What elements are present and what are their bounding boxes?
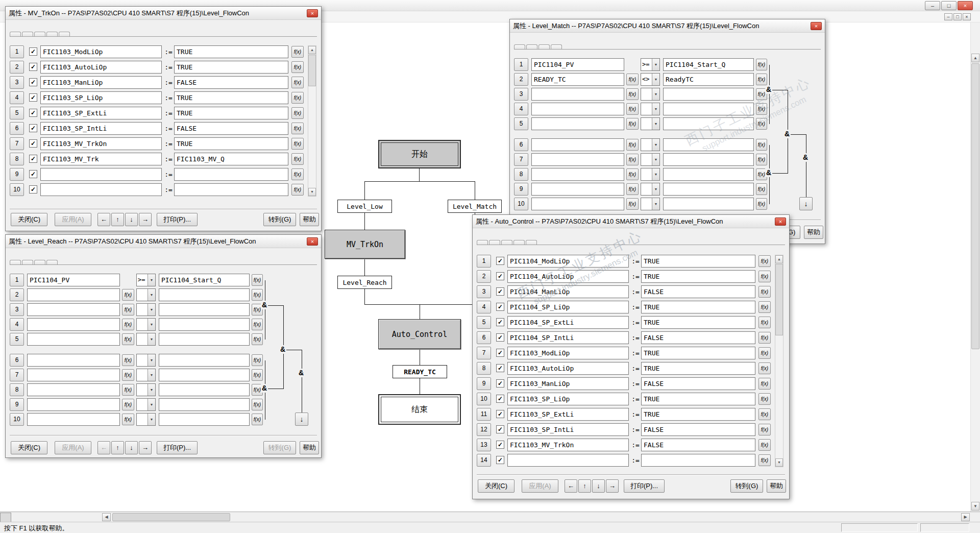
dialog-tab[interactable] xyxy=(501,240,512,245)
comparator-select[interactable]: ▼ xyxy=(641,103,660,115)
fx-button[interactable]: f(x) xyxy=(291,107,304,119)
operand-left-input[interactable]: READY_TC xyxy=(531,73,624,86)
row-number-button[interactable]: 3 xyxy=(477,285,491,298)
next-button[interactable]: → xyxy=(139,213,152,226)
rows-scrollbar[interactable]: ▲ ▼ xyxy=(775,255,783,467)
dialog-tab[interactable] xyxy=(538,44,550,49)
print-button[interactable]: 打印(P)... xyxy=(157,213,198,226)
fx-button[interactable]: f(x) xyxy=(756,118,767,130)
chevron-down-icon[interactable]: ▼ xyxy=(652,103,659,115)
row-number-button[interactable]: 10 xyxy=(10,413,24,426)
value-input[interactable]: TRUE xyxy=(641,301,755,313)
operand-left-input[interactable] xyxy=(27,303,120,316)
comparator-select[interactable]: ▼ xyxy=(641,183,660,196)
scroll-down-icon[interactable]: ▼ xyxy=(775,458,783,467)
fx-button[interactable]: f(x) xyxy=(758,362,771,374)
comparator-select[interactable]: >= ▼ xyxy=(136,274,156,286)
operand-input[interactable] xyxy=(507,454,629,467)
sfc-start-node[interactable]: 开始 xyxy=(378,140,461,168)
value-input[interactable]: TRUE xyxy=(174,61,288,74)
dialog-tab[interactable] xyxy=(59,32,70,36)
hscroll-left-icon[interactable]: ◀ xyxy=(102,513,111,521)
fx-button[interactable]: f(x) xyxy=(252,333,263,345)
fx-button[interactable]: f(x) xyxy=(756,59,767,70)
chevron-down-icon[interactable]: ▼ xyxy=(148,399,155,410)
print-button[interactable]: 打印(P)... xyxy=(624,479,665,493)
row-enabled-checkbox[interactable]: ✓ xyxy=(496,333,504,342)
comparator-select[interactable]: ▼ xyxy=(641,88,660,101)
fx-button[interactable]: f(x) xyxy=(758,408,771,420)
up-button[interactable]: ↑ xyxy=(111,213,124,226)
value-input[interactable]: TRUE xyxy=(174,107,288,119)
dialog-tab[interactable] xyxy=(34,32,45,36)
fx-button[interactable]: f(x) xyxy=(756,198,767,210)
comparator-select[interactable]: ▼ xyxy=(641,153,660,166)
fx-button[interactable]: f(x) xyxy=(756,74,767,85)
operand-input[interactable]: PIC1104_ManLiOp xyxy=(507,285,629,298)
goto-button[interactable]: 转到(G) xyxy=(263,213,296,226)
apply-button[interactable]: 应用(A) xyxy=(522,479,558,493)
operand-input[interactable]: FIC1103_SP_IntLi xyxy=(40,122,162,135)
close-icon[interactable]: × xyxy=(307,237,318,246)
operand-right-input[interactable] xyxy=(663,168,754,181)
value-input[interactable]: FALSE xyxy=(641,331,755,344)
sfc-transition-level-match[interactable]: Level_Match xyxy=(448,200,502,213)
hscroll-right-icon[interactable]: ▶ xyxy=(961,513,970,521)
row-number-button[interactable]: 3 xyxy=(10,76,24,89)
value-input[interactable]: TRUE xyxy=(174,91,288,104)
dialog-tab[interactable] xyxy=(477,240,488,245)
operand-right-input[interactable] xyxy=(159,398,250,411)
fx-button[interactable]: f(x) xyxy=(626,88,639,100)
row-enabled-checkbox[interactable]: ✓ xyxy=(496,379,504,387)
fx-button[interactable]: f(x) xyxy=(626,183,639,195)
operand-right-input[interactable] xyxy=(159,318,250,331)
operand-left-input[interactable] xyxy=(27,333,120,346)
row-enabled-checkbox[interactable]: ✓ xyxy=(496,364,504,372)
fx-button[interactable]: f(x) xyxy=(758,347,771,359)
row-enabled-checkbox[interactable]: ✓ xyxy=(496,410,504,418)
fx-button[interactable]: f(x) xyxy=(122,333,134,345)
comparator-select[interactable]: ▼ xyxy=(641,168,660,181)
fx-button[interactable]: f(x) xyxy=(756,183,767,195)
row-number-button[interactable]: 4 xyxy=(514,103,528,115)
fx-button[interactable]: f(x) xyxy=(626,74,639,85)
operand-left-input[interactable]: PIC1104_PV xyxy=(531,58,624,71)
operand-left-input[interactable]: PIC1104_PV xyxy=(27,274,120,286)
dialog-tab[interactable] xyxy=(526,240,537,245)
value-input[interactable]: FALSE xyxy=(641,285,755,298)
value-input[interactable]: TRUE xyxy=(641,255,755,268)
fx-button[interactable]: f(x) xyxy=(758,439,771,451)
scroll-thumb[interactable] xyxy=(308,55,316,86)
value-input[interactable]: FALSE xyxy=(641,377,755,390)
operand-left-input[interactable] xyxy=(27,413,120,426)
chevron-down-icon[interactable]: ▼ xyxy=(652,154,659,165)
operand-left-input[interactable] xyxy=(531,168,624,181)
row-number-button[interactable]: 5 xyxy=(10,333,24,346)
operand-input[interactable] xyxy=(40,183,162,196)
row-number-button[interactable]: 7 xyxy=(514,153,528,166)
dialog-titlebar[interactable]: 属性 - Auto_Control -- P7AS\P7AS02\CPU 410… xyxy=(473,215,789,228)
row-number-button[interactable]: 2 xyxy=(514,73,528,86)
fx-button[interactable]: f(x) xyxy=(122,304,134,316)
sfc-transition-level-low[interactable]: Level_Low xyxy=(337,200,392,213)
operand-left-input[interactable] xyxy=(27,288,120,301)
comparator-select[interactable]: ▼ xyxy=(136,318,156,331)
operand-input[interactable]: FIC1103_MV_Trk xyxy=(40,153,162,165)
sfc-end-node[interactable]: 结束 xyxy=(378,394,461,425)
row-enabled-checkbox[interactable]: ✓ xyxy=(29,170,37,178)
chevron-down-icon[interactable]: ▼ xyxy=(148,289,155,301)
fx-button[interactable]: f(x) xyxy=(122,384,134,396)
row-enabled-checkbox[interactable]: ✓ xyxy=(496,456,504,464)
fx-button[interactable]: f(x) xyxy=(252,354,263,366)
close-icon[interactable]: × xyxy=(958,1,973,10)
fx-button[interactable]: f(x) xyxy=(758,393,771,405)
value-input[interactable]: FALSE xyxy=(174,122,288,135)
help-button[interactable]: 帮助 xyxy=(300,213,319,226)
value-input[interactable]: FALSE xyxy=(641,439,755,451)
fx-button[interactable]: f(x) xyxy=(291,77,304,88)
row-enabled-checkbox[interactable]: ✓ xyxy=(496,425,504,433)
value-input[interactable]: TRUE xyxy=(174,45,288,58)
fx-button[interactable]: f(x) xyxy=(626,198,639,210)
sfc-transition-ready-tc[interactable]: READY_TC xyxy=(393,365,447,378)
operand-input[interactable] xyxy=(40,168,162,181)
